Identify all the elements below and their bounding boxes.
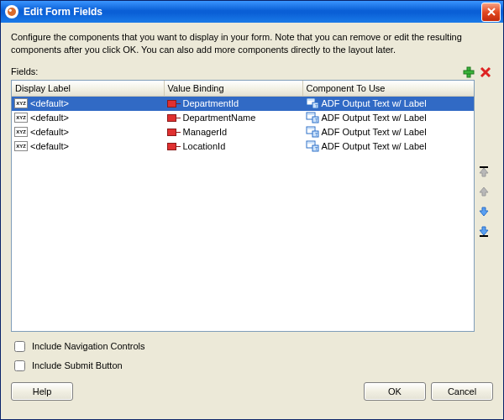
window-title: Edit Form Fields [24, 6, 481, 18]
cell-component: TADF Output Text w/ Label [303, 126, 475, 138]
component-text: ADF Output Text w/ Label [322, 113, 427, 123]
svg-text:T: T [315, 103, 318, 108]
svg-rect-3 [464, 71, 474, 74]
column-header-display-label[interactable]: Display Label [12, 81, 165, 96]
binding-icon [167, 140, 181, 152]
move-down-button[interactable] [476, 204, 491, 219]
include-navigation-controls-checkbox[interactable]: Include Navigation Controls [11, 339, 493, 354]
cell-component: TADF Output Text w/ Label [303, 112, 475, 123]
binding-text: ManagerId [183, 127, 228, 137]
move-top-button[interactable] [476, 164, 491, 179]
text-field-icon [14, 97, 28, 109]
move-top-icon [478, 165, 490, 177]
options-area: Include Navigation Controls Include Subm… [11, 339, 493, 374]
text-field-icon [14, 126, 28, 138]
move-down-icon [478, 206, 490, 218]
svg-rect-5 [307, 99, 314, 101]
fields-table[interactable]: Display Label Value Binding Component To… [11, 80, 475, 332]
cell-component: TADF Output Text w/ Label [303, 97, 475, 109]
remove-field-button[interactable] [478, 65, 493, 80]
display-label-text: <default> [30, 113, 69, 123]
binding-icon [167, 126, 181, 138]
svg-rect-9 [307, 113, 314, 115]
help-button[interactable]: Help [11, 382, 73, 401]
binding-text: LocationId [183, 141, 226, 151]
component-text: ADF Output Text w/ Label [322, 98, 427, 108]
binding-icon [167, 97, 181, 109]
binding-text: DepartmentId [183, 98, 239, 108]
text-field-icon [14, 112, 28, 123]
svg-rect-21 [480, 235, 488, 237]
fields-table-wrap: Display Label Value Binding Component To… [11, 80, 493, 332]
title-bar: Edit Form Fields [1, 1, 503, 23]
add-icon [462, 66, 475, 79]
column-header-component[interactable]: Component To Use [303, 81, 475, 96]
description-text: Configure the components that you want t… [11, 31, 493, 56]
table-row[interactable]: <default>DepartmentNameTADF Output Text … [12, 111, 474, 125]
component-icon: T [306, 112, 319, 123]
close-icon [487, 8, 496, 16]
move-bottom-button[interactable] [476, 224, 491, 239]
column-header-value-binding[interactable]: Value Binding [165, 81, 303, 96]
svg-point-1 [9, 9, 12, 12]
move-bottom-icon [478, 226, 490, 238]
add-field-button[interactable] [461, 65, 476, 80]
component-text: ADF Output Text w/ Label [322, 141, 427, 151]
svg-point-0 [8, 8, 16, 16]
cell-value-binding: ManagerId [165, 126, 303, 138]
include-navigation-controls-label: Include Navigation Controls [32, 341, 145, 351]
display-label-text: <default> [30, 141, 69, 151]
svg-text:T: T [315, 146, 318, 151]
cancel-button[interactable]: Cancel [431, 382, 493, 401]
svg-rect-13 [307, 128, 314, 129]
cell-value-binding: LocationId [165, 140, 303, 152]
reorder-buttons [475, 80, 493, 244]
cell-component: TADF Output Text w/ Label [303, 140, 475, 152]
include-submit-button-input[interactable] [14, 360, 25, 371]
include-submit-button-label: Include Submit Button [32, 360, 123, 370]
dialog-footer: Help OK Cancel [11, 374, 493, 401]
table-row[interactable]: <default>LocationIdTADF Output Text w/ L… [12, 139, 474, 154]
move-up-button[interactable] [476, 184, 491, 199]
cell-value-binding: DepartmentId [165, 97, 303, 109]
component-icon: T [306, 126, 319, 138]
binding-text: DepartmentName [183, 113, 256, 123]
dialog-body: Configure the components that you want t… [1, 23, 503, 419]
table-header: Display Label Value Binding Component To… [12, 81, 474, 97]
table-row[interactable]: <default>ManagerIdTADF Output Text w/ La… [12, 125, 474, 139]
cell-display-label: <default> [12, 97, 165, 109]
cell-display-label: <default> [12, 140, 165, 152]
cell-value-binding: DepartmentName [165, 112, 303, 123]
close-button[interactable] [481, 3, 501, 22]
cell-display-label: <default> [12, 126, 165, 138]
table-body: <default>DepartmentIdTADF Output Text w/… [12, 97, 474, 154]
fields-header: Fields: [11, 65, 493, 80]
move-up-icon [478, 186, 490, 197]
remove-icon [479, 66, 492, 79]
edit-form-fields-dialog: Edit Form Fields Configure the component… [0, 0, 504, 420]
include-navigation-controls-input[interactable] [14, 341, 25, 352]
component-icon: T [306, 97, 319, 109]
app-icon [5, 5, 18, 18]
cell-display-label: <default> [12, 112, 165, 123]
ok-button[interactable]: OK [364, 382, 426, 401]
binding-icon [167, 112, 181, 123]
text-field-icon [14, 140, 28, 152]
table-row[interactable]: <default>DepartmentIdTADF Output Text w/… [12, 97, 474, 111]
svg-rect-17 [307, 142, 314, 144]
display-label-text: <default> [30, 127, 69, 137]
svg-text:T: T [315, 132, 318, 137]
fields-label: Fields: [11, 66, 38, 76]
include-submit-button-checkbox[interactable]: Include Submit Button [11, 358, 493, 374]
svg-text:T: T [315, 118, 318, 123]
component-text: ADF Output Text w/ Label [322, 127, 427, 137]
component-icon: T [306, 140, 319, 152]
display-label-text: <default> [30, 98, 69, 108]
